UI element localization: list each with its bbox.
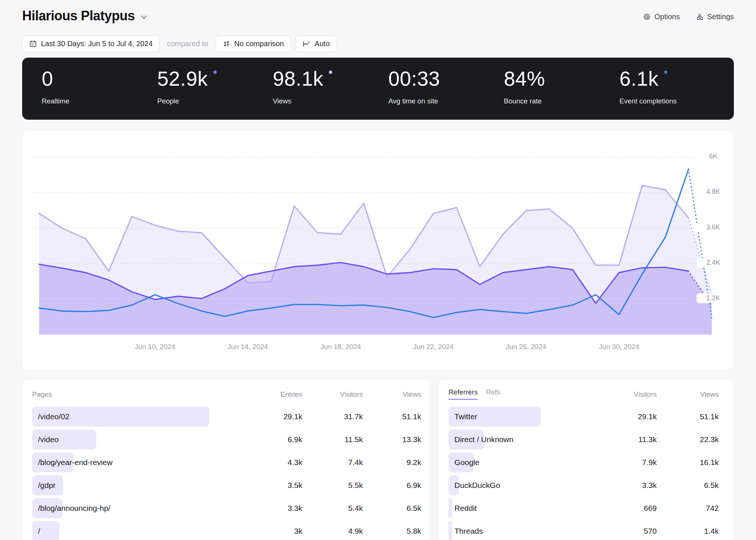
stat-value: 98.1k — [273, 69, 332, 89]
column-header-ref-views[interactable]: Views — [667, 390, 719, 399]
tab-refs[interactable]: Refs — [486, 388, 500, 396]
referrers-table-card: Referrers Refs Visitors Views Twitter29.… — [439, 379, 734, 540]
stat-label: Avg time on site — [388, 97, 440, 105]
cell-entries: 6.9k — [251, 428, 302, 451]
cell-entries: 3.5k — [251, 474, 302, 497]
stat-views[interactable]: 98.1kViews — [273, 69, 332, 105]
site-title[interactable]: Hilarious Platypus — [22, 8, 135, 24]
stat-label: People — [157, 97, 217, 105]
table-row[interactable]: /3k4.9k5.8k — [23, 520, 429, 540]
cell-visitors: 7.9k — [605, 451, 657, 474]
cell-views: 5.8k — [370, 520, 421, 540]
cell-visitors: 669 — [605, 497, 657, 520]
chart-mode-label: Auto — [315, 40, 330, 48]
row-label: / — [38, 520, 40, 540]
stat-bounce-rate[interactable]: 84%Bounce rate — [504, 69, 545, 105]
cell-visitors: 11.5k — [311, 428, 363, 451]
cell-visitors: 29.1k — [605, 405, 657, 428]
chart-mode-button[interactable]: Auto — [295, 35, 337, 52]
cell-entries: 4.3k — [251, 451, 302, 474]
stat-label: Event completions — [619, 97, 677, 105]
settings-button[interactable]: Settings — [695, 13, 734, 21]
table-row[interactable]: Threads5701.4k — [439, 520, 733, 540]
series-color-dot — [329, 71, 332, 74]
comparison-button[interactable]: No comparison — [216, 35, 291, 52]
stat-event-completions[interactable]: 6.1kEvent completions — [619, 69, 677, 105]
top-actions: Options Settings — [643, 13, 734, 21]
date-range-label: Last 30 Days: Jun 5 to Jul 4, 2024 — [41, 40, 152, 48]
cell-views: 22.3k — [667, 428, 719, 451]
y-axis-label: 6K — [697, 151, 730, 161]
table-row[interactable]: Google7.9k16.1k — [439, 451, 733, 474]
stat-value: 00:33 — [388, 69, 440, 89]
column-header-entries[interactable]: Entries — [251, 390, 302, 399]
cell-views: 6.9k — [370, 474, 421, 497]
cell-entries: 29.1k — [251, 405, 302, 428]
stat-realtime[interactable]: 0Realtime — [42, 69, 69, 105]
table-row[interactable]: /blog/year-end-review4.3k7.4k9.2k — [23, 451, 429, 474]
stat-people[interactable]: 52.9kPeople — [157, 69, 217, 105]
compared-to-label: compared to — [167, 40, 208, 48]
value-bar — [32, 521, 59, 540]
cell-visitors: 31.7k — [311, 405, 363, 428]
tab-referrers[interactable]: Referrers — [449, 388, 478, 400]
stat-value: 6.1k — [619, 69, 677, 89]
page-header: Hilarious Platypus — [22, 8, 148, 24]
table-row[interactable]: Direct / Unknown11.3k22.3k — [439, 428, 733, 451]
cell-views: 51.1k — [370, 405, 421, 428]
stat-avg-time-on-site[interactable]: 00:33Avg time on site — [388, 69, 440, 105]
table-row[interactable]: /video/0229.1k31.7k51.1k — [23, 405, 429, 428]
stat-label: Bounce rate — [504, 97, 545, 105]
cell-views: 16.1k — [667, 451, 719, 474]
stat-label: Realtime — [42, 97, 69, 105]
cell-views: 6.5k — [370, 497, 421, 520]
cell-visitors: 570 — [605, 520, 657, 540]
table-row[interactable]: Twitter29.1k51.1k — [439, 405, 733, 428]
value-bar — [449, 521, 452, 540]
cell-views: 9.2k — [370, 451, 421, 474]
stat-value: 0 — [42, 69, 69, 89]
y-axis-label: 3.6K — [697, 222, 730, 232]
traffic-chart-card: Jun 10, 2024Jun 14, 2024Jun 18, 2024Jun … — [22, 130, 734, 370]
cell-views: 51.1k — [667, 405, 719, 428]
table-row[interactable]: /video6.9k11.5k13.3k — [23, 428, 429, 451]
table-row[interactable]: /blog/announcing-hp/3.3k5.4k6.5k — [23, 497, 429, 520]
comparison-label: No comparison — [234, 40, 284, 48]
column-header-visitors[interactable]: Visitors — [311, 390, 363, 399]
stat-label: Views — [273, 97, 332, 105]
options-button[interactable]: Options — [643, 13, 680, 21]
compare-arrows-icon — [223, 40, 230, 48]
column-header-ref-visitors[interactable]: Visitors — [605, 390, 657, 399]
row-label: Google — [454, 451, 480, 474]
cell-visitors: 4.9k — [311, 520, 363, 540]
x-axis-label: Jun 10, 2024 — [118, 343, 192, 351]
row-label: Reddit — [454, 497, 477, 520]
cell-visitors: 5.5k — [311, 474, 363, 497]
traffic-chart[interactable] — [23, 130, 734, 370]
value-bar — [449, 498, 452, 518]
column-header-views[interactable]: Views — [370, 390, 421, 399]
x-axis-label: Jun 22, 2024 — [396, 343, 470, 351]
x-axis-label: Jun 18, 2024 — [304, 343, 378, 351]
cell-views: 1.4k — [667, 520, 719, 540]
cell-visitors: 5.4k — [311, 497, 363, 520]
date-range-button[interactable]: Last 30 Days: Jun 5 to Jul 4, 2024 — [22, 35, 159, 52]
cell-entries: 3.3k — [251, 497, 302, 520]
line-chart-icon — [302, 40, 310, 48]
y-axis-label: 4.8K — [697, 187, 730, 197]
row-label: Threads — [454, 520, 483, 540]
row-label: /video/02 — [38, 405, 69, 428]
pages-table-title: Pages — [32, 390, 52, 399]
cell-views: 13.3k — [370, 428, 421, 451]
table-row[interactable]: DuckDuckGo3.3k6.5k — [439, 474, 733, 497]
chevron-down-icon[interactable] — [140, 13, 148, 21]
stat-value: 52.9k — [157, 69, 217, 89]
cell-views: 6.5k — [667, 474, 719, 497]
table-row[interactable]: /gdpr3.5k5.5k6.9k — [23, 474, 429, 497]
table-row[interactable]: Reddit669742 — [439, 497, 733, 520]
referrers-tabs: Referrers Refs — [449, 388, 500, 400]
row-label: Direct / Unknown — [454, 428, 513, 451]
row-label: /blog/announcing-hp/ — [38, 497, 110, 520]
cell-views: 742 — [667, 497, 719, 520]
x-axis-label: Jun 30, 2024 — [582, 343, 656, 351]
